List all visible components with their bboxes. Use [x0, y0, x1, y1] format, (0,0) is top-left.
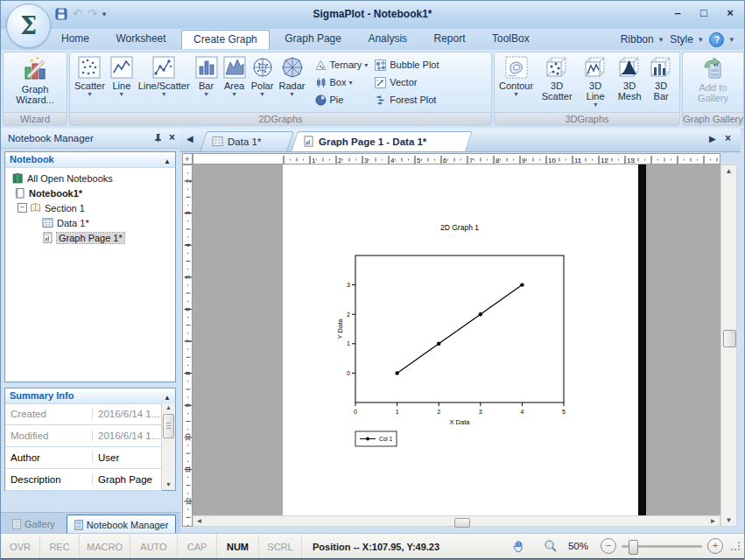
- svg-text:5: 5: [185, 275, 193, 279]
- summary-scroll-thumb[interactable]: [163, 414, 174, 438]
- scatter-button[interactable]: Scatter ▾: [72, 54, 108, 97]
- style-menu-dropdown-icon[interactable]: ▾: [699, 35, 703, 44]
- app-menu-button[interactable]: Σ: [6, 4, 51, 48]
- graph-chart[interactable]: 2D Graph 10123450123X DataY DataCol 1: [283, 164, 638, 515]
- polar-button[interactable]: Polar ▾: [249, 54, 277, 97]
- contour-button[interactable]: Contour ▾: [496, 54, 536, 97]
- zoom-out-button[interactable]: −: [601, 538, 616, 554]
- summary-value[interactable]: 2016/6/14 1...: [93, 409, 159, 419]
- style-menu[interactable]: Style: [670, 33, 693, 46]
- collapse-notebook-icon[interactable]: ▲: [164, 154, 171, 169]
- resize-grip[interactable]: [730, 541, 741, 551]
- doc-tab-graph-page1[interactable]: Graph Page 1 - Data 1*: [294, 131, 469, 151]
- tab-analysis[interactable]: Analysis: [356, 29, 418, 49]
- tree-item-data1[interactable]: Data 1*: [5, 215, 175, 230]
- zoom-magnifier-icon[interactable]: [544, 539, 558, 553]
- toggle-cap[interactable]: CAP: [178, 535, 217, 559]
- tab-worksheet[interactable]: Worksheet: [104, 29, 177, 49]
- panel-close-icon[interactable]: ×: [169, 131, 175, 144]
- summary-value[interactable]: 2016/6/14 1...: [93, 430, 159, 441]
- bar-dropdown-icon[interactable]: ▾: [205, 91, 208, 97]
- scroll-right-icon[interactable]: ►: [707, 517, 719, 525]
- h-scroll-thumb[interactable]: [454, 518, 470, 528]
- tab-report[interactable]: Report: [423, 29, 477, 49]
- tree-item-all-open-notebooks[interactable]: All Open Notebooks: [5, 171, 175, 186]
- tree-expander-icon[interactable]: −: [18, 203, 27, 213]
- summary-info-header[interactable]: Summary Info ▲: [5, 388, 175, 404]
- scroll-up-icon[interactable]: ▲: [721, 165, 736, 177]
- radar-button[interactable]: Radar ▾: [277, 54, 308, 97]
- 3d-line-button[interactable]: 3D Line ▾: [578, 54, 613, 108]
- tab-create-graph[interactable]: Create Graph: [181, 30, 270, 49]
- horizontal-scrollbar[interactable]: ◄ ►: [193, 515, 720, 527]
- area-dropdown-icon[interactable]: ▾: [233, 91, 236, 97]
- scroll-up-icon[interactable]: ▲: [162, 403, 175, 412]
- graph-wizard-button[interactable]: ✦ ✦ ✦ Graph Wizard...: [10, 54, 60, 105]
- doc-tab-data1[interactable]: Data 1*: [203, 131, 291, 151]
- toggle-scrl[interactable]: SCRL: [259, 535, 302, 559]
- svg-text:x: x: [376, 78, 378, 82]
- tab-graph-page[interactable]: Graph Page: [273, 29, 353, 49]
- help-icon[interactable]: ?: [709, 32, 724, 47]
- 3d-mesh-button[interactable]: 3D Mesh: [613, 54, 646, 102]
- forest-plot-button[interactable]: Forest Plot: [375, 91, 439, 108]
- line-dropdown-icon[interactable]: ▾: [120, 91, 123, 97]
- pie-button[interactable]: Pie: [315, 91, 369, 108]
- bar-button[interactable]: Bar ▾: [193, 54, 221, 97]
- zoom-slider-thumb[interactable]: [629, 540, 638, 555]
- graph-page-canvas[interactable]: 2D Graph 10123450123X DataY DataCol 1: [283, 164, 638, 515]
- toggle-auto[interactable]: AUTO: [130, 535, 178, 559]
- v-scroll-thumb[interactable]: [723, 330, 736, 347]
- graph-wizard-label: Graph Wizard...: [12, 84, 58, 105]
- summary-value[interactable]: Graph Page: [93, 474, 152, 485]
- vector-button[interactable]: x Vector: [375, 74, 439, 91]
- summary-scrollbar[interactable]: ▲ ▼: [161, 403, 175, 490]
- ribbon-menu[interactable]: Ribbon: [621, 33, 654, 46]
- toggle-ovr[interactable]: OVR: [1, 535, 40, 559]
- ternary-button[interactable]: Ternary ▾: [315, 56, 369, 74]
- add-to-gallery-button[interactable]: Add to Gallery: [690, 54, 737, 103]
- vertical-scrollbar[interactable]: ▲ ▼: [720, 164, 737, 527]
- toggle-rec[interactable]: REC: [40, 535, 80, 559]
- polar-dropdown-icon[interactable]: ▾: [261, 91, 264, 97]
- ruler-origin-button[interactable]: +: [182, 153, 193, 164]
- bubble-plot-button[interactable]: Bubble Plot: [375, 56, 439, 74]
- scatter-dropdown-icon[interactable]: ▾: [88, 91, 91, 97]
- tab-toolbox[interactable]: ToolBox: [481, 29, 541, 49]
- zoom-slider[interactable]: [622, 545, 702, 548]
- tab-home[interactable]: Home: [50, 29, 101, 49]
- scroll-down-icon[interactable]: ▼: [721, 514, 736, 526]
- line-button[interactable]: Line ▾: [108, 54, 136, 97]
- box-plot-button[interactable]: Box ▾: [315, 74, 369, 91]
- help-dropdown-icon[interactable]: ▾: [729, 35, 734, 44]
- close-button[interactable]: ×: [721, 5, 739, 21]
- scroll-down-icon[interactable]: ▼: [162, 480, 175, 489]
- pan-hand-icon[interactable]: [511, 539, 526, 554]
- footer-tab-notebook-manager[interactable]: Notebook Manager: [67, 514, 177, 534]
- notebook-section-header[interactable]: Notebook ▲: [5, 152, 175, 168]
- maximize-button[interactable]: □: [695, 5, 713, 21]
- 3d-scatter-button[interactable]: 3D Scatter: [536, 54, 578, 102]
- tab-scroll-right-icon[interactable]: ▶: [709, 134, 716, 144]
- tab-scroll-left-icon[interactable]: ◀: [186, 134, 193, 144]
- tree-item-section1[interactable]: − Section 1: [5, 200, 175, 215]
- scroll-left-icon[interactable]: ◄: [193, 517, 205, 525]
- ribbon-menu-dropdown-icon[interactable]: ▾: [659, 35, 664, 44]
- summary-value[interactable]: User: [93, 452, 119, 463]
- zoom-in-button[interactable]: +: [707, 538, 723, 554]
- toggle-macro[interactable]: MACRO: [80, 535, 130, 559]
- minimize-button[interactable]: –: [669, 5, 686, 21]
- tree-item-notebook1[interactable]: Notebook1*: [5, 186, 175, 200]
- doc-close-icon[interactable]: ×: [725, 132, 731, 144]
- pin-icon[interactable]: [153, 133, 163, 143]
- footer-tab-gallery[interactable]: Gallery: [4, 514, 63, 534]
- area-button[interactable]: Area ▾: [221, 54, 249, 97]
- radar-dropdown-icon[interactable]: ▾: [291, 91, 294, 97]
- 3d-line-dropdown-icon[interactable]: ▾: [594, 102, 597, 108]
- 3d-bar-button[interactable]: 3D Bar: [646, 54, 676, 102]
- tree-item-graph-page1[interactable]: Graph Page 1*: [5, 230, 175, 245]
- toggle-num[interactable]: NUM: [217, 535, 259, 559]
- line-scatter-button[interactable]: Line/Scatter ▾: [136, 54, 193, 97]
- contour-dropdown-icon[interactable]: ▾: [515, 91, 518, 97]
- line-scatter-dropdown-icon[interactable]: ▾: [162, 91, 165, 97]
